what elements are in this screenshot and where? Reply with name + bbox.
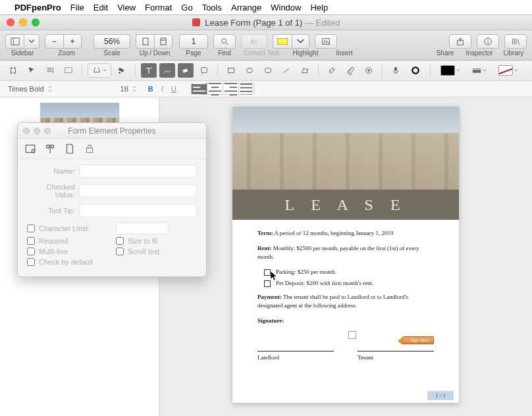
fill-color[interactable]: [436, 63, 465, 78]
insert-image-button[interactable]: [315, 34, 337, 49]
label-share: Share: [432, 49, 458, 57]
menu-help[interactable]: Help: [310, 3, 328, 13]
correct-text-button[interactable]: [241, 34, 267, 49]
select-tool[interactable]: [24, 63, 40, 78]
panel-tab-alignment[interactable]: [44, 143, 56, 155]
app-menu[interactable]: PDFpenPro: [14, 3, 61, 13]
label-highlight: Highlight: [287, 49, 324, 57]
multiline-check[interactable]: Multi-line: [27, 247, 108, 255]
polygon-shape[interactable]: [297, 63, 313, 78]
window-titlebar: Lease Form (Page 1 of 1) — Edited: [0, 14, 532, 30]
signature-field-marker[interactable]: [348, 331, 356, 339]
ellipse-shape[interactable]: [242, 63, 257, 78]
sizetofit-check[interactable]: Size to fit: [116, 237, 197, 245]
attach-tool[interactable]: [342, 63, 358, 78]
underline-toggle[interactable]: U: [171, 85, 176, 93]
italic-toggle[interactable]: I: [161, 85, 163, 93]
highlight-tool[interactable]: [114, 63, 130, 78]
mic-icon[interactable]: [388, 63, 404, 78]
label-scale: Scale: [93, 49, 130, 57]
checkdefault-check[interactable]: Check by default: [27, 258, 197, 266]
highlight-button[interactable]: [273, 34, 292, 49]
page-field[interactable]: 1: [179, 34, 208, 49]
document-canvas[interactable]: L E A S E Term: A period of 12 months, b…: [159, 97, 532, 416]
edit-tool[interactable]: [5, 63, 21, 78]
inspector-button[interactable]: [477, 34, 499, 49]
term-label: Term:: [257, 230, 273, 236]
required-check[interactable]: Required: [27, 237, 108, 245]
panel-tab-lock[interactable]: [84, 143, 95, 155]
align-right[interactable]: [223, 83, 238, 95]
landlord-signature-line[interactable]: [257, 341, 334, 351]
label-insert: Insert: [329, 49, 359, 57]
svg-point-5: [222, 39, 226, 43]
zoom-in-button[interactable]: +: [63, 34, 82, 49]
panel-tab-element[interactable]: [24, 143, 36, 155]
note-tool[interactable]: [196, 63, 212, 78]
checked-value-field[interactable]: [79, 184, 197, 197]
font-size[interactable]: 18: [118, 84, 139, 94]
sidebar-toggle[interactable]: [5, 34, 24, 49]
stamp-tool[interactable]: [361, 63, 377, 78]
tooltip-field[interactable]: [79, 204, 197, 217]
link-tool[interactable]: [324, 63, 340, 78]
bold-circle-tool[interactable]: [406, 63, 425, 78]
doc-heading: L E A S E: [284, 196, 406, 214]
stroke-weight[interactable]: [467, 63, 491, 78]
svg-point-21: [247, 68, 253, 73]
character-limit-field[interactable]: [116, 222, 169, 234]
select-rect-tool[interactable]: [61, 63, 76, 78]
freeform-tool[interactable]: [159, 63, 175, 78]
menu-arrange[interactable]: Arrange: [231, 3, 261, 13]
panel-minimize[interactable]: [34, 128, 40, 134]
fit-page-button[interactable]: [136, 34, 154, 49]
svg-rect-3: [161, 38, 166, 45]
select-text-tool[interactable]: [42, 63, 58, 78]
zoom-value[interactable]: 56%: [93, 34, 130, 49]
find-button[interactable]: [213, 34, 236, 49]
text-tool[interactable]: [141, 63, 157, 78]
align-center[interactable]: [207, 83, 223, 95]
stroke-color[interactable]: [494, 63, 523, 78]
svg-rect-26: [394, 67, 397, 71]
svg-point-27: [412, 67, 418, 73]
name-field[interactable]: [79, 165, 197, 178]
character-limit[interactable]: Character Limit:: [27, 222, 108, 234]
svg-line-23: [284, 68, 290, 73]
svg-rect-18: [182, 68, 188, 73]
roundrect-shape[interactable]: [260, 63, 276, 78]
sidebar-dropdown[interactable]: [24, 34, 40, 49]
library-button[interactable]: [504, 34, 527, 49]
tenant-signature-line[interactable]: Sign Here: [358, 341, 434, 351]
menu-view[interactable]: View: [117, 3, 136, 13]
menu-go[interactable]: Go: [181, 3, 192, 13]
sign-here-tag[interactable]: Sign Here: [402, 336, 434, 344]
document-proxy-icon[interactable]: [192, 18, 200, 26]
payment-label: Payment:: [257, 294, 282, 300]
share-button[interactable]: [449, 34, 471, 49]
rent-label: Rent:: [257, 245, 272, 251]
panel-zoom[interactable]: [44, 128, 51, 134]
eraser-tool[interactable]: [178, 63, 194, 78]
label-inspector: Inspector: [464, 49, 495, 57]
bold-toggle[interactable]: B: [148, 85, 153, 93]
menu-file[interactable]: File: [70, 3, 84, 13]
markup-tool[interactable]: [88, 63, 111, 78]
petdeposit-checkbox[interactable]: [264, 280, 271, 287]
menu-window[interactable]: Window: [271, 3, 301, 13]
line-shape[interactable]: [279, 63, 294, 78]
align-justify[interactable]: [238, 83, 254, 95]
menu-format[interactable]: Format: [145, 3, 172, 13]
parking-checkbox[interactable]: [264, 269, 271, 276]
rect-shape[interactable]: [223, 63, 239, 78]
font-picker[interactable]: Times Bold: [5, 84, 55, 94]
fit-width-button[interactable]: [154, 34, 173, 49]
menu-tools[interactable]: Tools: [202, 3, 222, 13]
menu-edit[interactable]: Edit: [93, 3, 108, 13]
panel-tab-doc[interactable]: [64, 143, 76, 155]
zoom-out-button[interactable]: −: [45, 34, 63, 49]
align-left[interactable]: [191, 83, 207, 95]
highlight-dropdown[interactable]: [292, 34, 309, 49]
panel-close[interactable]: [23, 128, 30, 134]
scrolltext-check[interactable]: Scroll text: [116, 247, 197, 255]
